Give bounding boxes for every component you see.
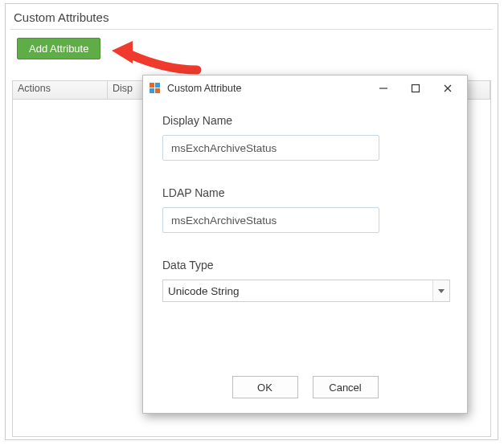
display-name-field[interactable] xyxy=(162,135,379,161)
app-icon xyxy=(150,83,161,94)
custom-attribute-dialog: Custom Attribute Display Name LDAP Name … xyxy=(142,75,468,414)
close-icon xyxy=(443,84,453,93)
ldap-name-label: LDAP Name xyxy=(162,186,448,199)
window-minimize-button[interactable] xyxy=(367,77,400,100)
display-name-label: Display Name xyxy=(162,114,448,127)
annotation-arrow-icon xyxy=(109,39,205,78)
ldap-name-field[interactable] xyxy=(162,207,379,233)
dialog-titlebar[interactable]: Custom Attribute xyxy=(143,76,467,101)
divider xyxy=(10,29,493,30)
section-title: Custom Attributes xyxy=(6,4,498,29)
cancel-button[interactable]: Cancel xyxy=(313,376,379,398)
window-maximize-button[interactable] xyxy=(400,77,432,100)
maximize-icon xyxy=(411,84,420,93)
svg-marker-5 xyxy=(438,289,445,293)
window-close-button[interactable] xyxy=(432,77,464,100)
column-actions[interactable]: Actions xyxy=(13,81,108,99)
custom-attributes-panel: Custom Attributes Add Attribute Actions … xyxy=(5,3,498,440)
add-attribute-button[interactable]: Add Attribute xyxy=(17,38,100,59)
minimize-icon xyxy=(379,84,388,93)
data-type-label: Data Type xyxy=(162,259,448,271)
dialog-body: Display Name LDAP Name Data Type xyxy=(143,101,467,302)
svg-marker-0 xyxy=(112,41,133,63)
data-type-field[interactable] xyxy=(162,280,450,302)
data-type-dropdown-toggle[interactable] xyxy=(432,280,450,302)
ok-button[interactable]: OK xyxy=(232,376,298,398)
svg-rect-2 xyxy=(412,85,420,92)
chevron-down-icon xyxy=(438,288,445,294)
dialog-title: Custom Attribute xyxy=(167,83,241,94)
dialog-button-row: OK Cancel xyxy=(143,376,467,398)
